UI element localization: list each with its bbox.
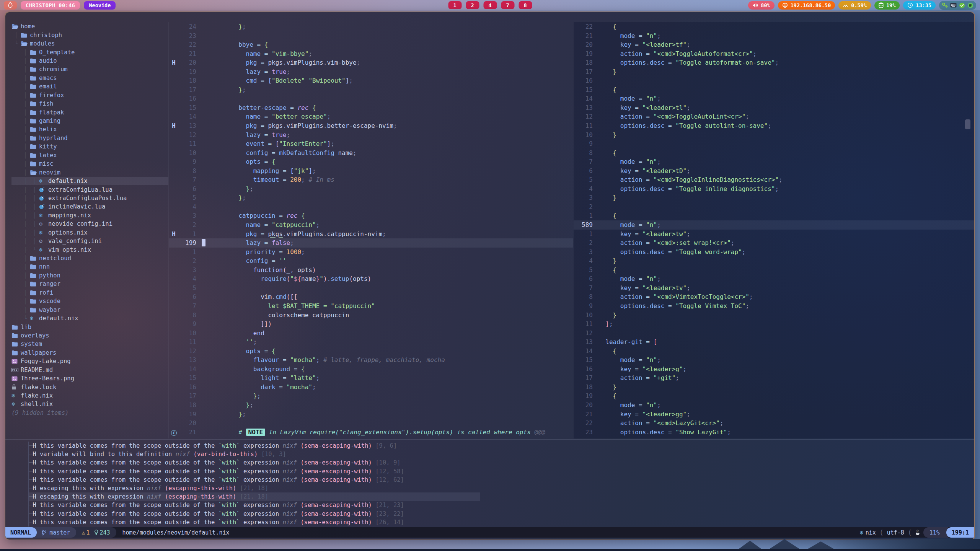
code-line[interactable]: 18 cmd = ["Bdelete" "Bwipeout"];: [169, 76, 573, 85]
code-line[interactable]: 5 action = "<cmd>ToggleInlineDiagnostics…: [574, 175, 974, 184]
module-network[interactable]: 192.168.86.50: [778, 1, 835, 10]
code-line[interactable]: 14 mode = "n";: [574, 94, 974, 103]
code-line[interactable]: 11 event = ["InsertEnter"];: [169, 139, 573, 148]
module-cpu[interactable]: 0.59%: [838, 1, 871, 10]
code-line[interactable]: 19 action = "<cmd>ToggleAutoformat<cr>";: [574, 49, 974, 59]
tree-item-python[interactable]: │python: [11, 271, 168, 280]
code-line[interactable]: 1 key = "<leader>tw";: [574, 230, 974, 239]
tree-item-options.nix[interactable]: ││❄options.nix: [11, 228, 168, 237]
code-line[interactable]: 4 options.desc = "Toggle inline diagnost…: [574, 184, 974, 194]
tree-item-helix[interactable]: │helix: [11, 125, 168, 134]
code-line[interactable]: 11 ];: [574, 320, 974, 329]
code-line[interactable]: 21 mode = "n";: [574, 31, 974, 41]
code-line[interactable]: 12 lazy = true;: [169, 130, 573, 140]
tree-item-flake.nix[interactable]: ❄flake.nix: [11, 391, 168, 400]
code-line[interactable]: 20: [169, 419, 573, 428]
tree-item-misc[interactable]: │misc: [11, 160, 168, 168]
diagnostic-row[interactable]: ─H escaping this with expression nixf (e…: [29, 492, 480, 501]
tree-item-vscode[interactable]: │vscode: [11, 297, 168, 305]
code-line[interactable]: 22 {: [574, 22, 974, 31]
code-line[interactable]: 4 }: [574, 256, 974, 266]
tree-item-firefox[interactable]: │firefox: [11, 91, 168, 99]
workspace-button-4[interactable]: 4: [483, 1, 497, 9]
code-line[interactable]: 3 function(_, opts): [169, 266, 573, 275]
code-line[interactable]: 5: [169, 284, 573, 293]
code-line[interactable]: 4 require("${name}").setup(opts): [169, 274, 573, 284]
diagnostic-row[interactable]: ─H variable will bind to this definition…: [29, 450, 974, 458]
code-line[interactable]: 21 name = "vim-bbye";: [169, 49, 573, 59]
code-line[interactable]: 16 dark = "mocha";: [169, 383, 573, 392]
tree-item-chromium[interactable]: │chromium: [11, 65, 168, 73]
code-line[interactable]: 3 options.desc = "Toggle word-wrap";: [574, 248, 974, 257]
tree-item-neovim[interactable]: │neovim: [11, 168, 168, 176]
code-line[interactable]: 10 end: [169, 329, 573, 338]
tree-item-extraConfigLua.lua[interactable]: ││extraConfigLua.lua: [11, 185, 168, 194]
tree-item-modules[interactable]: └modules: [11, 39, 168, 48]
module-memory[interactable]: 19%: [874, 1, 900, 10]
diagnostic-row[interactable]: ─H this variable comes from the scope ou…: [29, 458, 974, 467]
code-line[interactable]: 10 config = mkDefaultConfig name;: [169, 148, 573, 158]
code-line[interactable]: H1 pkg = pkgs.vimPlugins.catppuccin-nvim…: [169, 230, 573, 239]
code-line[interactable]: 19 lazy = true;: [169, 67, 573, 77]
tree-item-hyprland[interactable]: │hyprland: [11, 134, 168, 142]
code-line[interactable]: 14 name = "better_escape";: [169, 112, 573, 121]
code-line[interactable]: 6 key = "<leader>tD";: [574, 166, 974, 176]
tree-item-nnn[interactable]: │nnn: [11, 262, 168, 271]
code-line[interactable]: 5 };: [169, 193, 573, 202]
code-line[interactable]: 9 options.desc = "Toggle Vimtex ToC";: [574, 302, 974, 311]
diagnostic-row[interactable]: ─H this variable comes from the scope ou…: [29, 442, 974, 450]
code-line[interactable]: 10 }: [574, 311, 974, 320]
code-line[interactable]: 14 {: [574, 347, 974, 356]
code-line[interactable]: 14 background = {: [169, 365, 573, 374]
code-line[interactable]: 2 config = '': [169, 256, 573, 266]
workspace-button-8[interactable]: 8: [519, 1, 532, 9]
code-line[interactable]: 18 }: [574, 383, 974, 392]
code-line[interactable]: 19 {: [574, 391, 974, 401]
code-line[interactable]: 7 let $BAT_THEME = "catppuccin": [169, 302, 573, 311]
host-clock-pill[interactable]: CHRISTOPH 00:46: [21, 1, 80, 10]
spotify-icon[interactable]: [967, 2, 973, 8]
workspace-button-1[interactable]: 1: [448, 1, 461, 9]
code-line[interactable]: 8 colorscheme catppuccin: [169, 311, 573, 320]
code-line[interactable]: 17 action = "+git";: [574, 373, 974, 383]
tree-item-home[interactable]: home: [11, 22, 168, 31]
tree-item-rofi[interactable]: │rofi: [11, 289, 168, 297]
code-line[interactable]: 21 key = "<leader>gg";: [574, 410, 974, 419]
code-line[interactable]: 8 action = "<cmd>VimtexTocToggle<cr>";: [574, 292, 974, 302]
code-line[interactable]: 22 action = "<cmd>LazyGit<cr>";: [574, 419, 974, 428]
code-line[interactable]: 7 key = "<leader>tv";: [574, 284, 974, 293]
key-icon[interactable]: [942, 2, 948, 8]
tree-item-ranger[interactable]: │ranger: [11, 280, 168, 288]
code-line[interactable]: 17 };: [169, 391, 573, 401]
code-line[interactable]: 12 opts = {: [169, 347, 573, 356]
code-line[interactable]: 17 };: [169, 85, 573, 95]
tree-item-default.nix[interactable]: ││❄default.nix: [11, 177, 168, 185]
code-line[interactable]: 8 {: [574, 148, 974, 158]
diagnostic-row[interactable]: ─H this variable comes from the scope ou…: [29, 476, 974, 484]
code-line[interactable]: 22 bbye = {: [169, 40, 573, 49]
tree-item-flake.lock[interactable]: flake.lock: [11, 383, 168, 391]
code-line[interactable]: 11 options.desc = "Toggle autolint-on-sa…: [574, 121, 974, 130]
code-line[interactable]: 10 }: [574, 130, 974, 140]
code-line[interactable]: 15 mode = "n";: [574, 355, 974, 365]
tree-item-Foggy-Lake.png[interactable]: Foggy-Lake.png: [11, 357, 168, 365]
code-line[interactable]: 7 timeout = 200; # In ms: [169, 175, 573, 184]
code-line[interactable]: 6 vim.cmd([[: [169, 292, 573, 302]
code-line[interactable]: i21 # NOTE In LazyVim require("clang_ext…: [169, 428, 573, 437]
tree-item-kitty[interactable]: │kitty: [11, 142, 168, 151]
tree-item-extraConfigLuaPost.lua[interactable]: ││extraConfigLuaPost.lua: [11, 194, 168, 202]
tree-item-flatpak[interactable]: │flatpak: [11, 108, 168, 116]
tree-item-audio[interactable]: │audio: [11, 57, 168, 65]
tree-item-lib[interactable]: lib: [11, 323, 168, 331]
active-app-pill[interactable]: Neovide: [84, 1, 116, 10]
code-line[interactable]: 1 {: [574, 211, 974, 220]
code-line[interactable]: 9: [574, 139, 974, 148]
tree-item-vim_opts.nix[interactable]: │└❄vim_opts.nix: [11, 245, 168, 254]
tree-item-gaming[interactable]: │gaming: [11, 117, 168, 125]
code-line[interactable]: 23 options.desc = "Show LazyGit";: [574, 428, 974, 437]
module-clock[interactable]: 13:35: [903, 1, 936, 10]
diagnostic-row[interactable]: ─H this variable comes from the scope ou…: [29, 510, 974, 518]
tree-item-email[interactable]: │email: [11, 82, 168, 91]
tree-item-mappings.nix[interactable]: ││❄mappings.nix: [11, 211, 168, 220]
tree-item-shell.nix[interactable]: ❄shell.nix: [11, 400, 168, 408]
